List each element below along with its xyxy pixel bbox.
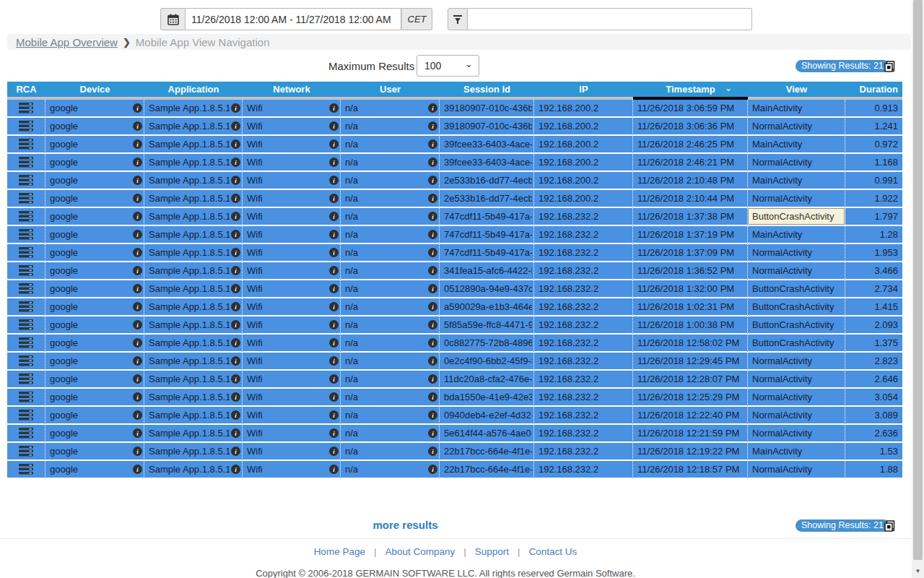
table-row[interactable]: google i Sample App.1.8.5.1-SN i Wifi i … (7, 208, 902, 226)
info-icon[interactable]: i (428, 447, 437, 456)
info-icon[interactable]: i (329, 212, 339, 221)
info-icon[interactable]: i (133, 392, 142, 402)
info-icon[interactable]: i (428, 103, 437, 113)
footer-link-about[interactable]: About Company (385, 546, 455, 557)
table-row[interactable]: google i Sample App.1.8.5.1-SN i Wifi i … (7, 190, 902, 208)
info-icon[interactable]: i (231, 392, 240, 402)
table-row[interactable]: google i Sample App.1.8.5.1-SN i Wifi i … (7, 407, 902, 425)
max-results-select[interactable]: 100 ⌄ (417, 55, 479, 77)
info-icon[interactable]: i (231, 284, 240, 293)
info-icon[interactable]: i (428, 230, 437, 239)
info-icon[interactable]: i (329, 176, 339, 185)
info-icon[interactable]: i (329, 284, 339, 293)
info-icon[interactable]: i (133, 302, 142, 311)
calendar-button[interactable] (160, 8, 186, 30)
table-row[interactable]: google i Sample App.1.8.5.1-SN i Wifi i … (7, 226, 902, 244)
info-icon[interactable]: i (329, 248, 339, 257)
info-icon[interactable]: i (231, 374, 240, 384)
footer-link-contact[interactable]: Contact Us (529, 546, 578, 557)
info-icon[interactable]: i (428, 266, 437, 275)
table-row[interactable]: google i Sample App.1.8.5.1-SN i Wifi i … (7, 425, 902, 443)
info-icon[interactable]: i (133, 121, 142, 131)
info-icon[interactable]: i (231, 320, 240, 329)
info-icon[interactable]: i (231, 248, 240, 257)
info-icon[interactable]: i (133, 338, 142, 348)
date-range-input[interactable] (186, 8, 401, 30)
info-icon[interactable]: i (231, 158, 240, 167)
info-icon[interactable]: i (133, 103, 142, 113)
info-icon[interactable]: i (428, 248, 437, 257)
info-icon[interactable]: i (231, 176, 240, 185)
info-icon[interactable]: i (231, 302, 240, 311)
info-icon[interactable]: i (231, 410, 240, 420)
info-icon[interactable]: i (329, 392, 339, 402)
filter-input[interactable] (468, 8, 752, 30)
rca-cell[interactable] (7, 443, 45, 461)
info-icon[interactable]: i (329, 320, 339, 329)
rca-cell[interactable] (7, 461, 45, 479)
rca-cell[interactable] (7, 371, 45, 389)
info-icon[interactable]: i (133, 248, 142, 257)
info-icon[interactable]: i (428, 139, 437, 149)
info-icon[interactable]: i (231, 230, 240, 239)
rca-cell[interactable] (7, 100, 45, 118)
info-icon[interactable]: i (133, 212, 142, 221)
info-icon[interactable]: i (329, 356, 339, 366)
info-icon[interactable]: i (231, 212, 240, 221)
column-header-session-id[interactable]: Session Id (440, 82, 534, 100)
info-icon[interactable]: i (231, 465, 240, 474)
table-row[interactable]: google i Sample App.1.8.5.1-SN i Wifi i … (7, 443, 902, 461)
table-row[interactable]: google i Sample App.1.8.5.1-SN i Wifi i … (7, 244, 902, 262)
info-icon[interactable]: i (428, 338, 437, 348)
info-icon[interactable]: i (329, 374, 339, 384)
rca-cell[interactable] (7, 244, 45, 262)
info-icon[interactable]: i (231, 266, 240, 275)
scrollbar-down-button[interactable]: ▼ (912, 564, 924, 578)
info-icon[interactable]: i (329, 266, 339, 275)
filter-button[interactable] (448, 8, 468, 30)
info-icon[interactable]: i (428, 392, 437, 402)
rca-cell[interactable] (7, 425, 45, 443)
table-row[interactable]: google i Sample App.1.8.5.1-SN i Wifi i … (7, 100, 902, 118)
copy-results-icon[interactable] (884, 61, 896, 73)
rca-cell[interactable] (7, 389, 45, 407)
column-header-rca[interactable]: RCA (7, 82, 45, 100)
info-icon[interactable]: i (231, 338, 240, 348)
info-icon[interactable]: i (133, 356, 142, 366)
info-icon[interactable]: i (231, 428, 240, 438)
info-icon[interactable]: i (329, 194, 339, 203)
info-icon[interactable]: i (428, 194, 437, 203)
rca-cell[interactable] (7, 226, 45, 244)
table-row[interactable]: google i Sample App.1.8.5.1-SN i Wifi i … (7, 371, 902, 389)
table-row[interactable]: google i Sample App.1.8.5.1-SN i Wifi i … (7, 353, 902, 371)
info-icon[interactable]: i (133, 266, 142, 275)
info-icon[interactable]: i (329, 158, 339, 167)
more-results-link[interactable]: more results (0, 519, 811, 531)
column-header-ip[interactable]: IP (534, 82, 633, 100)
rca-cell[interactable] (7, 335, 45, 353)
info-icon[interactable]: i (329, 338, 339, 348)
info-icon[interactable]: i (329, 230, 339, 239)
info-icon[interactable]: i (133, 374, 142, 384)
info-icon[interactable]: i (428, 212, 437, 221)
info-icon[interactable]: i (133, 139, 142, 149)
footer-link-home[interactable]: Home Page (314, 546, 365, 557)
rca-cell[interactable] (7, 208, 45, 226)
info-icon[interactable]: i (231, 356, 240, 366)
rca-cell[interactable] (7, 407, 45, 425)
rca-cell[interactable] (7, 280, 45, 298)
table-row[interactable]: google i Sample App.1.8.5.1-SN i Wifi i … (7, 316, 902, 335)
rca-cell[interactable] (7, 190, 45, 208)
info-icon[interactable]: i (428, 284, 437, 293)
table-row[interactable]: google i Sample App.1.8.5.1-SN i Wifi i … (7, 298, 902, 316)
column-header-device[interactable]: Device (45, 82, 144, 100)
info-icon[interactable]: i (428, 320, 437, 329)
table-row[interactable]: google i Sample App.1.8.5.1-SN i Wifi i … (7, 118, 902, 136)
rca-cell[interactable] (7, 262, 45, 280)
info-icon[interactable]: i (329, 428, 339, 438)
info-icon[interactable]: i (428, 374, 437, 384)
column-header-duration[interactable]: Duration (845, 82, 902, 100)
table-row[interactable]: google i Sample App.1.8.5.1-SN i Wifi i … (7, 389, 902, 407)
info-icon[interactable]: i (428, 302, 437, 311)
rca-cell[interactable] (7, 353, 45, 371)
